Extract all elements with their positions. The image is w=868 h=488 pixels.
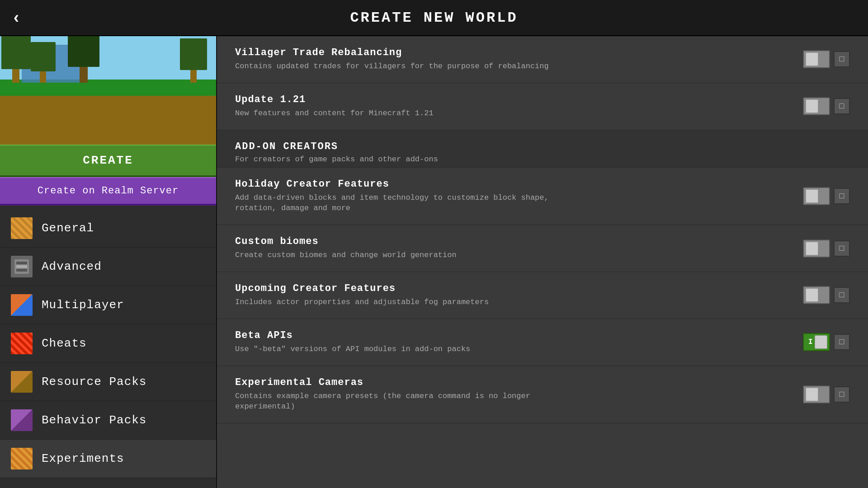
feature-info-villager-trade: Villager Trade Rebalancing Contains upda… <box>235 47 792 72</box>
toggle-custom-biomes: □ <box>803 239 850 258</box>
toggle-beta-apis: □ <box>803 333 850 351</box>
experiments-icon <box>11 448 33 469</box>
toggle-switch-holiday-creator[interactable] <box>803 187 830 205</box>
sidebar-item-general[interactable]: General <box>0 209 216 248</box>
advanced-icon <box>11 256 33 277</box>
feature-info-custom-biomes: Custom biomes Create custom biomes and c… <box>235 236 792 261</box>
feature-desc-beta-apis: Use "-beta" versions of API modules in a… <box>235 344 792 355</box>
sidebar-item-cheats[interactable]: Cheats <box>0 324 216 363</box>
feature-title-beta-apis: Beta APIs <box>235 330 792 341</box>
info-button-upcoming-creator[interactable]: □ <box>834 287 850 303</box>
general-icon <box>11 217 33 239</box>
info-button-holiday-creator[interactable]: □ <box>834 188 850 204</box>
back-button[interactable]: ‹ <box>14 8 19 27</box>
toggle-switch-upcoming-creator[interactable] <box>803 286 830 304</box>
header: ‹ CREATE NEW WORLD <box>0 0 868 36</box>
feature-row-villager-trade: Villager Trade Rebalancing Contains upda… <box>217 36 868 83</box>
sidebar-item-experiments[interactable]: Experiments <box>0 440 216 478</box>
addon-creators-section-header: ADD-ON CREATORS For creators of game pac… <box>217 130 868 168</box>
nav-label-general: General <box>42 221 94 235</box>
feature-desc-upcoming-creator: Includes actor properties and adjustable… <box>235 297 792 308</box>
toggle-experimental-cameras: □ <box>803 385 850 404</box>
feature-row-custom-biomes: Custom biomes Create custom biomes and c… <box>217 225 868 272</box>
resource-packs-icon <box>11 371 33 393</box>
world-preview-image <box>0 36 216 145</box>
toggle-switch-experimental-cameras[interactable] <box>803 385 830 404</box>
toggle-switch-update121[interactable] <box>803 97 830 115</box>
nav-label-cheats: Cheats <box>42 337 87 350</box>
feature-info-experimental-cameras: Experimental Cameras Contains example ca… <box>235 377 792 413</box>
feature-title-update121: Update 1.21 <box>235 94 792 105</box>
feature-row-beta-apis: Beta APIs Use "-beta" versions of API mo… <box>217 319 868 366</box>
feature-row-upcoming-creator: Upcoming Creator Features Includes actor… <box>217 272 868 319</box>
feature-info-update121: Update 1.21 New features and content for… <box>235 94 792 119</box>
toggle-switch-villager-trade[interactable] <box>803 50 830 68</box>
feature-row-holiday-creator: Holiday Creator Features Add data-driven… <box>217 168 868 225</box>
multiplayer-icon <box>11 294 33 316</box>
feature-title-holiday-creator: Holiday Creator Features <box>235 178 792 190</box>
feature-desc-holiday-creator: Add data-driven blocks and item technolo… <box>235 192 792 214</box>
content-inner: Villager Trade Rebalancing Contains upda… <box>217 36 868 423</box>
content-area: Villager Trade Rebalancing Contains upda… <box>217 36 868 488</box>
sidebar-item-behavior-packs[interactable]: Behavior Packs <box>0 401 216 440</box>
toggle-villager-trade: □ <box>803 50 850 68</box>
info-button-villager-trade[interactable]: □ <box>834 51 850 67</box>
feature-title-custom-biomes: Custom biomes <box>235 236 792 247</box>
toggle-holiday-creator: □ <box>803 187 850 205</box>
create-button[interactable]: CREATE <box>0 145 216 177</box>
nav-label-experiments: Experiments <box>42 452 124 465</box>
feature-row-update121: Update 1.21 New features and content for… <box>217 83 868 130</box>
sidebar-item-resource-packs[interactable]: Resource Packs <box>0 363 216 401</box>
sidebar-item-multiplayer[interactable]: Multiplayer <box>0 286 216 324</box>
section-desc-addon-creators: For creators of game packs and other add… <box>235 155 850 164</box>
nav-menu: General Advanced Multiplayer Cheat <box>0 209 216 488</box>
toggle-update121: □ <box>803 97 850 115</box>
feature-desc-update121: New features and content for Minecraft 1… <box>235 108 792 119</box>
feature-title-upcoming-creator: Upcoming Creator Features <box>235 283 792 294</box>
toggle-upcoming-creator: □ <box>803 286 850 304</box>
feature-info-upcoming-creator: Upcoming Creator Features Includes actor… <box>235 283 792 308</box>
realm-server-button[interactable]: Create on Realm Server <box>0 177 216 206</box>
section-title-addon-creators: ADD-ON CREATORS <box>235 141 850 152</box>
sidebar-item-advanced[interactable]: Advanced <box>0 248 216 286</box>
info-button-update121[interactable]: □ <box>834 98 850 114</box>
feature-info-holiday-creator: Holiday Creator Features Add data-driven… <box>235 178 792 214</box>
back-icon: ‹ <box>14 8 19 27</box>
nav-label-multiplayer: Multiplayer <box>42 298 124 312</box>
info-button-experimental-cameras[interactable]: □ <box>834 386 850 403</box>
feature-title-villager-trade: Villager Trade Rebalancing <box>235 47 792 58</box>
toggle-switch-custom-biomes[interactable] <box>803 239 830 258</box>
feature-title-experimental-cameras: Experimental Cameras <box>235 377 792 388</box>
feature-desc-villager-trade: Contains updated trades for villagers fo… <box>235 61 792 72</box>
toggle-switch-beta-apis[interactable] <box>803 333 830 351</box>
main-layout: CREATE Create on Realm Server General Ad… <box>0 36 868 488</box>
behavior-packs-icon <box>11 409 33 431</box>
info-button-beta-apis[interactable]: □ <box>834 334 850 350</box>
nav-label-behavior-packs: Behavior Packs <box>42 413 146 427</box>
feature-info-beta-apis: Beta APIs Use "-beta" versions of API mo… <box>235 330 792 355</box>
page-title: CREATE NEW WORLD <box>350 9 518 26</box>
nav-label-resource-packs: Resource Packs <box>42 375 146 389</box>
feature-desc-experimental-cameras: Contains example camera presets (the cam… <box>235 391 792 413</box>
nav-label-advanced: Advanced <box>42 260 102 273</box>
sidebar: CREATE Create on Realm Server General Ad… <box>0 36 217 488</box>
info-button-custom-biomes[interactable]: □ <box>834 240 850 257</box>
cheats-icon <box>11 333 33 354</box>
feature-desc-custom-biomes: Create custom biomes and change world ge… <box>235 250 792 261</box>
feature-row-experimental-cameras: Experimental Cameras Contains example ca… <box>217 366 868 424</box>
